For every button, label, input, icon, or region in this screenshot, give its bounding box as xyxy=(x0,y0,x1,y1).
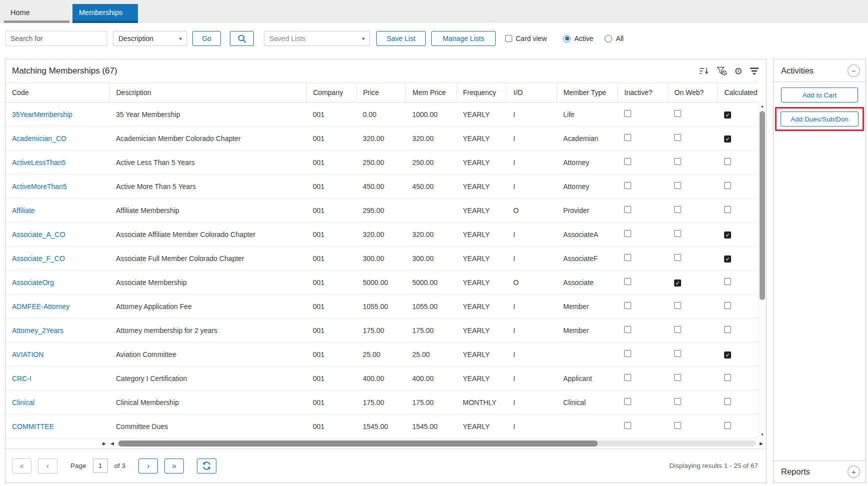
calculated-checkbox[interactable] xyxy=(724,374,731,381)
tab-memberships[interactable]: Memberships xyxy=(72,4,138,23)
active-filter-option[interactable]: Active xyxy=(563,34,593,42)
calculated-checkbox[interactable] xyxy=(724,206,731,213)
membership-code-link[interactable]: Academician_CO xyxy=(12,134,66,142)
membership-code-link[interactable]: COMMITTEE xyxy=(12,422,54,430)
card-view-checkbox[interactable] xyxy=(505,35,512,42)
calculated-checkbox[interactable] xyxy=(724,182,731,189)
calculated-checkbox[interactable] xyxy=(724,158,731,165)
inactive-checkbox[interactable] xyxy=(624,230,631,237)
inactive-checkbox[interactable] xyxy=(624,398,631,405)
vertical-scrollbar-thumb[interactable] xyxy=(760,111,765,300)
inactive-checkbox[interactable] xyxy=(624,374,631,381)
column-header-member-type[interactable]: Member Type xyxy=(557,83,618,102)
on-web-checkbox[interactable] xyxy=(674,158,681,165)
scroll-right-icon[interactable]: ▶ xyxy=(760,442,763,446)
inactive-checkbox[interactable] xyxy=(624,278,631,285)
calculated-checkbox[interactable]: ✓ xyxy=(724,232,731,238)
calculated-checkbox[interactable] xyxy=(724,326,731,333)
inactive-checkbox[interactable] xyxy=(624,254,631,261)
save-list-button[interactable]: Save List xyxy=(376,31,426,46)
membership-code-link[interactable]: ActiveMoreThan5 xyxy=(12,182,67,190)
membership-code-link[interactable]: ADMFEE-Attorney xyxy=(12,302,69,310)
on-web-checkbox[interactable] xyxy=(674,230,681,237)
search-button[interactable] xyxy=(230,31,254,46)
column-header-calculated[interactable]: Calculated? xyxy=(718,83,758,102)
inactive-checkbox[interactable] xyxy=(624,206,631,213)
settings-button[interactable]: ⚙ xyxy=(734,66,743,76)
clear-filter-button[interactable] xyxy=(717,66,727,76)
on-web-checkbox[interactable] xyxy=(674,182,681,189)
column-header-price[interactable]: Price xyxy=(356,83,406,102)
membership-code-link[interactable]: Attorney_2Years xyxy=(12,326,63,334)
on-web-checkbox[interactable] xyxy=(674,254,681,261)
on-web-checkbox[interactable] xyxy=(674,302,681,309)
column-header-frequency[interactable]: Frequency xyxy=(456,83,507,102)
search-field-select[interactable]: Description ▾ xyxy=(113,31,187,46)
membership-code-link[interactable]: ActiveLessThan5 xyxy=(12,158,65,166)
calculated-checkbox[interactable] xyxy=(724,278,731,285)
horizontal-scrollbar-thumb[interactable] xyxy=(118,440,598,446)
add-to-cart-button[interactable]: Add to Cart xyxy=(781,88,858,102)
add-dues-button[interactable]: Add Dues/Sub/Don xyxy=(781,112,859,126)
on-web-checkbox[interactable] xyxy=(674,422,681,429)
membership-code-link[interactable]: Associate_F_CO xyxy=(12,254,65,262)
calculated-checkbox[interactable] xyxy=(724,422,731,429)
search-input[interactable] xyxy=(5,31,107,46)
calculated-checkbox[interactable] xyxy=(724,398,731,405)
inactive-checkbox[interactable] xyxy=(624,134,631,141)
column-header-code[interactable]: Code xyxy=(5,83,109,102)
column-header-on-web[interactable]: On Web? xyxy=(668,83,718,102)
page-input[interactable] xyxy=(93,458,108,473)
column-header-mem-price[interactable]: Mem Price xyxy=(406,83,456,102)
first-page-button[interactable]: « xyxy=(12,458,31,474)
horizontal-scrollbar-track[interactable] xyxy=(117,440,756,446)
column-header-description[interactable]: Description xyxy=(109,83,306,102)
saved-lists-select[interactable]: Saved Lists ▾ xyxy=(264,31,370,46)
on-web-checkbox[interactable]: ✓ xyxy=(674,280,681,286)
column-header-company[interactable]: Company xyxy=(306,83,356,102)
membership-code-link[interactable]: 35YearMembership xyxy=(12,110,72,118)
active-radio[interactable] xyxy=(563,35,571,42)
next-page-button[interactable]: › xyxy=(138,458,158,474)
inactive-checkbox[interactable] xyxy=(624,326,631,333)
calculated-checkbox[interactable] xyxy=(724,302,731,309)
membership-code-link[interactable]: Clinical xyxy=(12,398,34,406)
calculated-checkbox[interactable]: ✓ xyxy=(724,136,731,142)
membership-code-link[interactable]: AssociateOrg xyxy=(12,278,54,286)
on-web-checkbox[interactable] xyxy=(674,350,681,357)
tab-home[interactable]: Home xyxy=(4,4,69,23)
filter-button[interactable] xyxy=(750,67,759,75)
scroll-right-icon[interactable]: ▶ xyxy=(102,442,106,446)
vertical-scrollbar[interactable]: ▲ ▼ xyxy=(758,102,766,438)
inactive-checkbox[interactable] xyxy=(624,422,631,429)
collapse-activities-button[interactable]: − xyxy=(848,64,860,77)
inactive-checkbox[interactable] xyxy=(624,182,631,189)
scroll-up-icon[interactable]: ▲ xyxy=(761,102,765,110)
membership-code-link[interactable]: Associate_A_CO xyxy=(12,230,65,238)
on-web-checkbox[interactable] xyxy=(674,374,681,381)
refresh-button[interactable] xyxy=(197,458,216,474)
calculated-checkbox[interactable]: ✓ xyxy=(724,352,731,358)
membership-code-link[interactable]: AVIATION xyxy=(12,350,43,358)
column-header-io[interactable]: I/O xyxy=(507,83,557,102)
on-web-checkbox[interactable] xyxy=(674,110,681,117)
on-web-checkbox[interactable] xyxy=(674,206,681,213)
last-page-button[interactable]: » xyxy=(164,458,184,474)
all-filter-option[interactable]: All xyxy=(605,34,624,42)
inactive-checkbox[interactable] xyxy=(624,110,631,117)
go-button[interactable]: Go xyxy=(192,31,221,46)
scroll-down-icon[interactable]: ▼ xyxy=(761,431,765,438)
calculated-checkbox[interactable]: ✓ xyxy=(724,112,731,118)
on-web-checkbox[interactable] xyxy=(674,398,681,405)
inactive-checkbox[interactable] xyxy=(624,350,631,357)
expand-reports-button[interactable]: + xyxy=(848,466,860,478)
scroll-left-icon[interactable]: ◀ xyxy=(110,442,114,446)
column-header-inactive[interactable]: Inactive? xyxy=(618,83,668,102)
inactive-checkbox[interactable] xyxy=(624,158,631,165)
membership-code-link[interactable]: CRC-I xyxy=(12,374,31,382)
calculated-checkbox[interactable]: ✓ xyxy=(724,256,731,262)
on-web-checkbox[interactable] xyxy=(674,134,681,141)
inactive-checkbox[interactable] xyxy=(624,302,631,309)
on-web-checkbox[interactable] xyxy=(674,326,681,333)
prev-page-button[interactable]: ‹ xyxy=(38,458,57,474)
